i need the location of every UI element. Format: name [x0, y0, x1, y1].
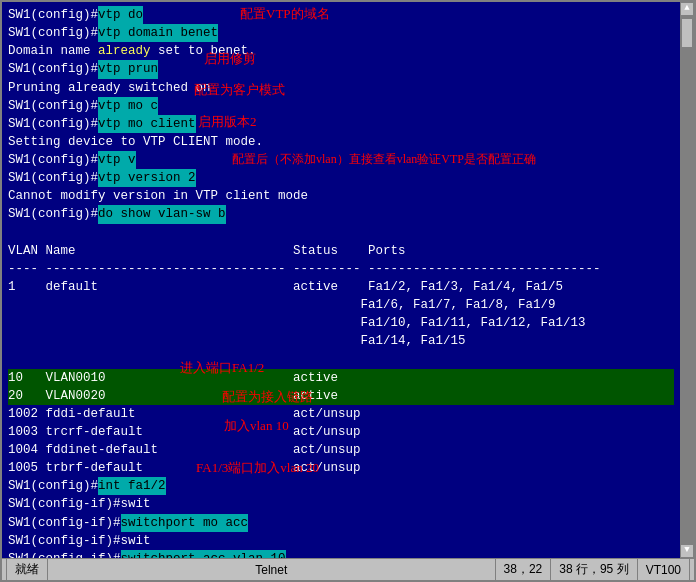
terminal-area: SW1(config)#vtp do SW1(config)#vtp domai… — [2, 2, 694, 558]
scroll-up-button[interactable]: ▲ — [680, 2, 694, 16]
line-text: SW1(config-if)#swit — [8, 532, 151, 550]
prompt: SW1(config)# — [8, 97, 98, 115]
terminal-line: SW1(config-if)#switchport acc vlan 10 — [8, 550, 674, 558]
terminal-line: Domain name already set to benet. — [8, 42, 674, 60]
prompt: SW1(config-if)# — [8, 514, 121, 532]
cmd-highlight: vtp v — [98, 151, 136, 169]
line-text: Pruning already switched on — [8, 79, 211, 97]
status-protocol-label: Telnet — [255, 563, 287, 577]
line-text: SW1(config-if)#swit — [8, 495, 151, 513]
terminal-line: SW1(config)#vtp prun — [8, 60, 674, 78]
status-bar: 就绪 Telnet 38，22 38 行，95 列 VT100 — [2, 558, 694, 580]
cmd-highlight: do show vlan-sw b — [98, 205, 226, 223]
line-text: Setting device to VTP CLIENT mode. — [8, 133, 263, 151]
annotation-access: 配置为接入链路 — [222, 388, 313, 407]
terminal-line: 10 VLAN0010 active — [8, 369, 674, 387]
cmd-highlight: switchport mo acc — [121, 514, 249, 532]
line-text: Cannot modify version in VTP client mode — [8, 187, 308, 205]
prompt: SW1(config)# — [8, 24, 98, 42]
terminal-line: VLAN Name Status Ports — [8, 242, 674, 260]
cmd-highlight: vtp do — [98, 6, 143, 24]
terminal-line: SW1(config-if)#swit — [8, 495, 674, 513]
cmd-highlight: vtp mo client — [98, 115, 196, 133]
terminal-line: Fa1/10, Fa1/11, Fa1/12, Fa1/13 — [8, 314, 674, 332]
terminal-line — [8, 224, 674, 242]
status-encoding: VT100 — [638, 559, 690, 580]
prompt: SW1(config)# — [8, 60, 98, 78]
cmd-highlight: switchport acc vlan 10 — [121, 550, 286, 558]
scrollbar[interactable]: ▲ ▼ — [680, 2, 694, 558]
annotation-client: 配置为客户模式 — [194, 81, 285, 100]
cmd-highlight: vtp prun — [98, 60, 158, 78]
main-window: SW1(config)#vtp do SW1(config)#vtp domai… — [0, 0, 696, 582]
terminal-line: SW1(config-if)#swit — [8, 532, 674, 550]
scroll-down-button[interactable]: ▼ — [680, 544, 694, 558]
scroll-thumb[interactable] — [681, 18, 693, 48]
status-ready: 就绪 — [6, 559, 48, 580]
annotation-version: 启用版本2 — [198, 113, 257, 132]
prompt: SW1(config-if)# — [8, 550, 121, 558]
line-text: 1 default active Fa1/2, Fa1/3, Fa1/4, Fa… — [8, 278, 563, 296]
terminal-line: Pruning already switched on — [8, 79, 674, 97]
line-text: Fa1/10, Fa1/11, Fa1/12, Fa1/13 — [8, 314, 586, 332]
terminal-line: SW1(config)#int fa1/2 — [8, 477, 674, 495]
cmd-highlight: int fa1/2 — [98, 477, 166, 495]
line-text: 1003 trcrf-default act/unsup — [8, 423, 361, 441]
terminal-line: 1003 trcrf-default act/unsup — [8, 423, 674, 441]
status-pos2-label: 38 行，95 列 — [559, 561, 628, 578]
line-text: ---- -------------------------------- --… — [8, 260, 601, 278]
line-text: Fa1/14, Fa1/15 — [8, 332, 466, 350]
terminal-line: Cannot modify version in VTP client mode — [8, 187, 674, 205]
annotation-fa12: 进入端口FA1/2 — [180, 359, 264, 378]
cmd-highlight: vtp version 2 — [98, 169, 196, 187]
cmd-highlight: vtp mo c — [98, 97, 158, 115]
terminal-content: SW1(config)#vtp do SW1(config)#vtp domai… — [8, 6, 674, 558]
terminal-line: SW1(config)#vtp do — [8, 6, 674, 24]
terminal-line — [8, 350, 674, 368]
line-text: VLAN Name Status Ports — [8, 242, 406, 260]
status-protocol: Telnet — [48, 559, 496, 580]
cmd-highlight: vtp domain benet — [98, 24, 218, 42]
status-pos1: 38，22 — [496, 559, 552, 580]
terminal-line: Fa1/6, Fa1/7, Fa1/8, Fa1/9 — [8, 296, 674, 314]
prompt: SW1(config)# — [8, 115, 98, 133]
line-text: Fa1/6, Fa1/7, Fa1/8, Fa1/9 — [8, 296, 556, 314]
status-pos2: 38 行，95 列 — [551, 559, 637, 580]
terminal-line: SW1(config)#vtp version 2 — [8, 169, 674, 187]
prompt: SW1(config)# — [8, 205, 98, 223]
annotation-domain: 配置VTP的域名 — [240, 5, 330, 24]
status-ready-label: 就绪 — [15, 561, 39, 578]
terminal-line: SW1(config)#do show vlan-sw b — [8, 205, 674, 223]
status-pos1-label: 38，22 — [504, 561, 543, 578]
line-text: 1002 fddi-default act/unsup — [8, 405, 361, 423]
terminal-line: 20 VLAN0020 active — [8, 387, 674, 405]
line-text: 1004 fddinet-default act/unsup — [8, 441, 361, 459]
annotation-show: 配置后（不添加vlan）直接查看vlan验证VTP是否配置正确 — [232, 151, 536, 168]
annotation-fa13: FA1/3端口加入vlan 20 — [196, 459, 319, 478]
terminal-line: SW1(config-if)#switchport mo acc — [8, 514, 674, 532]
terminal-line: SW1(config)#vtp mo c — [8, 97, 674, 115]
highlight-text: already — [98, 42, 151, 60]
line-text: Domain name — [8, 42, 98, 60]
terminal-line: 1 default active Fa1/2, Fa1/3, Fa1/4, Fa… — [8, 278, 674, 296]
terminal-line: 1005 trbrf-default act/unsup — [8, 459, 674, 477]
prompt: SW1(config)# — [8, 6, 98, 24]
scroll-track — [680, 16, 694, 544]
terminal-line: Setting device to VTP CLIENT mode. — [8, 133, 674, 151]
terminal-line: SW1(config)#vtp domain benet — [8, 24, 674, 42]
terminal-line: 1004 fddinet-default act/unsup — [8, 441, 674, 459]
prompt: SW1(config)# — [8, 151, 98, 169]
terminal-line: 1002 fddi-default act/unsup — [8, 405, 674, 423]
prompt: SW1(config)# — [8, 169, 98, 187]
terminal-line: Fa1/14, Fa1/15 — [8, 332, 674, 350]
terminal-line: SW1(config)#vtp mo client — [8, 115, 674, 133]
terminal-line: ---- -------------------------------- --… — [8, 260, 674, 278]
status-encoding-label: VT100 — [646, 563, 681, 577]
line-text: 10 VLAN0010 active — [8, 369, 338, 387]
annotation-pruning: 启用修剪 — [204, 50, 256, 69]
prompt: SW1(config)# — [8, 477, 98, 495]
annotation-vlan10: 加入vlan 10 — [224, 417, 289, 436]
